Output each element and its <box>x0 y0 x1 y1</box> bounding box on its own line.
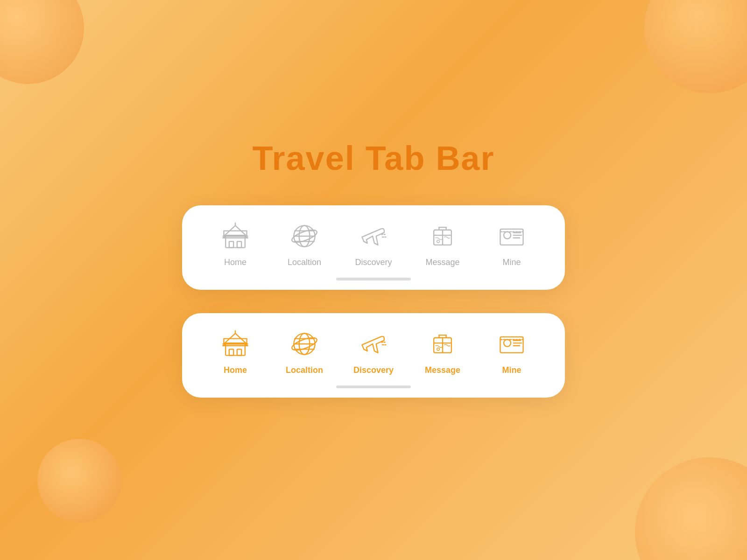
svg-point-27 <box>504 232 511 239</box>
tab-bar-active: Home Localtion <box>182 313 565 398</box>
mine-label-inactive: Mine <box>502 258 521 267</box>
svg-rect-37 <box>237 349 241 355</box>
discovery-icon <box>357 219 390 253</box>
tab-item-home-active[interactable]: Home <box>210 327 261 375</box>
message-label-active: Message <box>425 365 460 375</box>
scroll-indicator-active <box>336 385 411 388</box>
message-icon <box>426 219 459 253</box>
message-icon-active <box>426 327 459 361</box>
deco-circle-top-left <box>0 0 84 84</box>
home-icon-active <box>218 327 252 361</box>
discovery-label-inactive: Discovery <box>355 258 392 267</box>
tab-item-discovery-inactive[interactable]: Discovery <box>348 219 399 267</box>
tab-item-discovery-active[interactable]: Discovery <box>348 327 399 375</box>
deco-circle-bottom-right <box>635 457 747 560</box>
tab-bar-items-active: Home Localtion <box>201 327 546 375</box>
mine-icon-active <box>495 327 529 361</box>
svg-rect-4 <box>229 241 233 247</box>
home-label-active: Home <box>224 365 247 375</box>
page-title: Travel Tab Bar <box>253 139 495 177</box>
tab-bar-inactive: Home Localtion <box>182 205 565 290</box>
tab-bar-items-inactive: Home Localtion <box>201 219 546 267</box>
tab-item-mine-active[interactable]: Mine <box>486 327 537 375</box>
location-icon <box>288 219 321 253</box>
discovery-icon-active <box>357 327 390 361</box>
svg-rect-0 <box>226 235 245 247</box>
deco-circle-bottom-left <box>37 439 121 523</box>
tab-item-message-inactive[interactable]: Message <box>417 219 468 267</box>
message-label-inactive: Message <box>425 258 459 267</box>
svg-rect-32 <box>226 343 245 355</box>
tab-item-home-inactive[interactable]: Home <box>210 219 261 267</box>
tab-item-message-active[interactable]: Message <box>417 327 468 375</box>
tab-item-location-active[interactable]: Localtion <box>279 327 330 375</box>
scroll-indicator-inactive <box>336 278 411 280</box>
deco-circle-top-right <box>644 0 747 93</box>
svg-rect-36 <box>229 349 233 355</box>
mine-label-active: Mine <box>502 365 521 375</box>
location-label-active: Localtion <box>286 365 323 375</box>
mine-icon <box>495 219 529 253</box>
home-label-inactive: Home <box>224 258 247 267</box>
location-label-inactive: Localtion <box>288 258 321 267</box>
location-icon-active <box>288 327 321 361</box>
svg-rect-5 <box>237 241 241 247</box>
tab-item-location-inactive[interactable]: Localtion <box>279 219 330 267</box>
svg-point-56 <box>437 348 440 351</box>
svg-point-58 <box>504 340 511 347</box>
home-icon <box>218 219 252 253</box>
tab-item-mine-inactive[interactable]: Mine <box>486 219 537 267</box>
discovery-label-active: Discovery <box>353 365 394 375</box>
svg-point-25 <box>437 240 440 243</box>
